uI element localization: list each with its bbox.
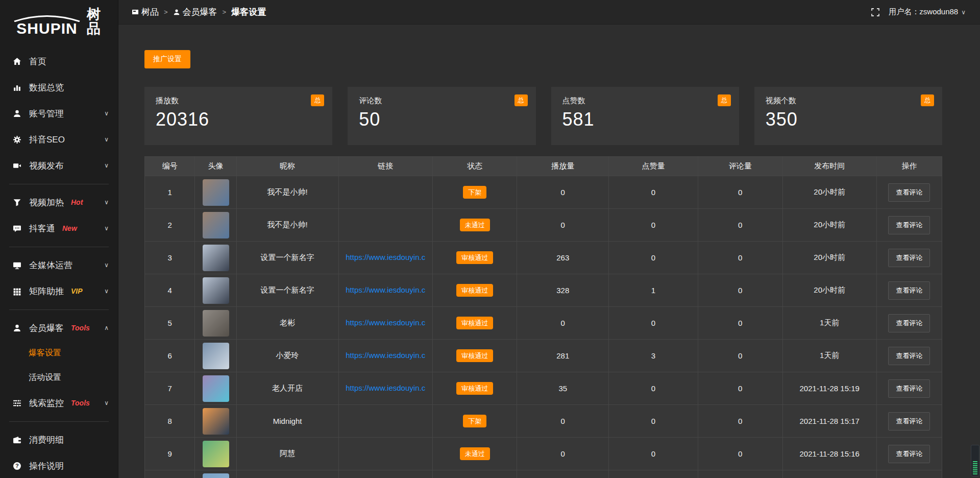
chevron-down-icon (104, 136, 109, 143)
bar-chart-icon (12, 83, 21, 92)
view-comments-button[interactable]: 查看评论 (888, 412, 930, 431)
total-badge: 总 (311, 94, 324, 106)
video-table: 编号 头像 昵称 链接 状态 播放量 点赞量 评论量 (144, 156, 942, 478)
sidebar-item-label: 消费明细 (29, 434, 64, 446)
grid-icon (12, 286, 21, 296)
view-comments-button[interactable]: 查看评论 (888, 281, 930, 300)
sidebar-item-label: 全媒体运营 (29, 259, 72, 271)
username-label: 用户名：zswodun88 (889, 7, 958, 17)
nickname: 设置一个新名字 (236, 242, 338, 274)
like-count: 3 (609, 340, 698, 372)
promotion-settings-button[interactable]: 推广设置 (144, 50, 190, 68)
stat-card-videos: 视频个数 350 总 (754, 87, 942, 145)
breadcrumb: 树品 > 会员爆客 > 爆客设置 (132, 6, 266, 18)
sidebar-item-douyin-seo[interactable]: 抖音SEO (0, 127, 118, 153)
play-count: 0 (517, 438, 609, 470)
sidebar-item-video-heating[interactable]: 视频加热 Hot (0, 189, 118, 216)
table-row: 3 设置一个新名字 https://www.iesdouyin.c 审核通过 2… (145, 242, 942, 274)
avatar (203, 310, 229, 337)
sidebar-item-consumption-details[interactable]: 消费明细 (0, 427, 118, 453)
view-comments-button[interactable]: 查看评论 (888, 183, 930, 202)
table-row: 1 我不是小帅! 下架 0 0 0 20小时前 查看评论 (145, 176, 942, 209)
breadcrumb-current: 爆客设置 (231, 6, 266, 18)
sidebar-item-account-management[interactable]: 账号管理 (0, 101, 118, 127)
view-comments-button[interactable]: 查看评论 (888, 249, 930, 267)
avatar (203, 245, 229, 271)
table-row: 2 我不是小帅! 未通过 0 0 0 20小时前 查看评论 (145, 209, 942, 242)
nickname: Midnight (236, 405, 338, 438)
stat-label: 点赞数 (562, 96, 728, 106)
sidebar-subitem-baoke-settings[interactable]: 爆客设置 (0, 341, 118, 366)
view-comments-button[interactable]: 查看评论 (888, 314, 930, 332)
stat-cards: 播放数 20316 总 评论数 50 总 点赞数 581 总 视频个数 350 … (144, 87, 942, 145)
stat-label: 视频个数 (766, 96, 931, 106)
subitem-label: 爆客设置 (29, 348, 61, 358)
view-comments-button[interactable]: 查看评论 (888, 347, 930, 365)
sidebar-item-member-baoke[interactable]: 会员爆客 Tools (0, 315, 118, 341)
avatar (203, 277, 229, 304)
sidebar-item-matrix-boost[interactable]: 矩阵助推 VIP (0, 278, 118, 304)
sidebar-item-douketong[interactable]: 抖客通 New (0, 216, 118, 242)
column-header: 状态 (432, 157, 517, 176)
sidebar-item-label: 抖客通 (29, 223, 55, 234)
video-link[interactable]: https://www.iesdouyin.c (346, 285, 425, 294)
play-count: 263 (517, 242, 609, 274)
chat-icon (12, 224, 21, 233)
play-count: 0 (517, 307, 609, 340)
like-count: 0 (609, 176, 698, 209)
publish-time: 2021-11-28 15:16 (782, 438, 876, 470)
avatar (203, 375, 229, 402)
avatar (203, 212, 229, 238)
comment-count: 0 (698, 307, 782, 340)
view-comments-button[interactable]: 查看评论 (888, 445, 930, 463)
question-icon: ? (12, 461, 21, 470)
wallet-icon (12, 435, 21, 444)
stat-value: 350 (766, 109, 931, 130)
sidebar-item-label: 操作说明 (29, 460, 64, 472)
breadcrumb-item-root[interactable]: 树品 (132, 6, 159, 18)
fullscreen-icon[interactable] (871, 8, 879, 16)
username[interactable]: 用户名：zswodun88 (889, 7, 966, 17)
column-header: 发布时间 (782, 157, 876, 176)
publish-time: 20小时前 (782, 176, 876, 209)
total-badge: 总 (921, 94, 934, 106)
chevron-down-icon (104, 162, 109, 169)
sidebar-item-data-overview[interactable]: 数据总览 (0, 75, 118, 101)
avatar (203, 473, 229, 478)
column-header: 昵称 (236, 157, 338, 176)
total-badge: 总 (514, 94, 528, 106)
view-comments-button[interactable]: 查看评论 (888, 216, 930, 234)
column-header: 操作 (876, 157, 942, 176)
comment-count: 0 (698, 176, 782, 209)
status-badge: 未通过 (460, 219, 490, 231)
sidebar-subitem-activity-settings[interactable]: 活动设置 (0, 366, 118, 390)
breadcrumb-item-member-baoke[interactable]: 会员爆客 (173, 6, 217, 18)
sidebar-item-label: 会员爆客 (29, 322, 64, 334)
vip-tag: VIP (71, 287, 83, 295)
comment-count: 0 (698, 209, 782, 242)
sidebar-item-video-publish[interactable]: 视频发布 (0, 153, 118, 179)
view-comments-button[interactable]: 查看评论 (888, 379, 930, 398)
publish-time: 1天前 (782, 307, 876, 340)
sidebar-menu: 首页 数据总览 账号管理 抖音SEO 视频发布 (0, 49, 118, 478)
video-link[interactable]: https://www.iesdouyin.c (346, 318, 425, 327)
sidebar: SHUPIN 树品 首页 数据总览 账号管理 (0, 0, 118, 478)
video-link[interactable]: https://www.iesdouyin.c (346, 351, 425, 360)
comment-count (698, 470, 782, 478)
sidebar-item-omnimedia[interactable]: 全媒体运营 (0, 252, 118, 278)
sidebar-item-instructions[interactable]: ? 操作说明 (0, 453, 118, 478)
video-link[interactable]: https://www.iesdouyin.c (346, 384, 425, 392)
column-header: 编号 (145, 157, 195, 176)
video-link[interactable]: https://www.iesdouyin.c (346, 253, 425, 261)
floating-widget[interactable] (971, 445, 979, 476)
topbar-right: 用户名：zswodun88 (871, 7, 966, 17)
monitor-icon (12, 260, 21, 270)
nickname: 小爱玲 (236, 340, 338, 372)
nickname (236, 470, 338, 478)
nickname: 老人开店 (236, 372, 338, 405)
sidebar-item-home[interactable]: 首页 (0, 49, 118, 75)
stat-label: 播放数 (156, 96, 321, 106)
like-count: 0 (609, 405, 698, 438)
row-number: 8 (145, 405, 195, 438)
sidebar-item-lead-monitoring[interactable]: 线索监控 Tools (0, 390, 118, 416)
